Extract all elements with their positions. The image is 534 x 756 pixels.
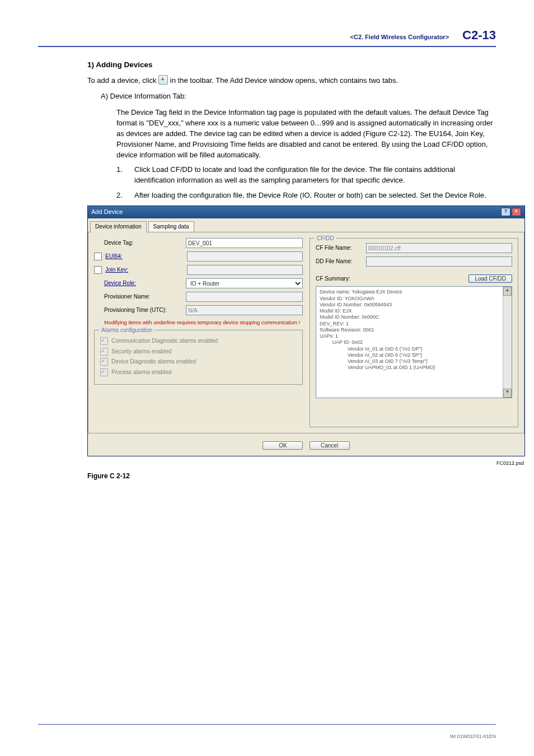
tab-device-information[interactable]: Device information [90, 221, 147, 233]
cancel-button[interactable]: Cancel [310, 441, 350, 450]
scroll-up-arrow-icon[interactable]: ▲ [503, 287, 512, 296]
cf-summary-textbox: Device name: Yokogawa EJX Device Vendor … [316, 286, 512, 398]
cf-file-name-label: CF File Name: [316, 244, 366, 253]
item-a-paragraph: The Device Tag field in the Device Infor… [116, 108, 496, 160]
cf-summary-label: CF Summary: [316, 275, 366, 283]
device-role-label: Device Role: [104, 279, 182, 288]
eui64-input [187, 251, 303, 262]
add-device-toolbar-icon [158, 75, 168, 85]
page-number: C2-13 [462, 28, 496, 43]
security-alarms-checkbox [100, 348, 108, 356]
header-rule [38, 46, 496, 47]
footer-doc-id: IM 01W01F01-01EN [450, 734, 496, 739]
device-diag-alarms-checkbox [100, 358, 108, 366]
process-alarms-label: Process alarms enabled [111, 368, 171, 377]
eui64-checkbox[interactable] [94, 253, 102, 260]
section-label: <C2. Field Wireless Configurator> [350, 34, 449, 40]
dd-file-name-label: DD File Name: [316, 258, 366, 266]
provisioning-time-input [186, 305, 303, 315]
dialog-titlebar: Add Device ? × [88, 206, 524, 218]
join-key-input [187, 265, 303, 275]
figure-label: Figure C 2-12 [38, 472, 496, 481]
summary-scrollbar[interactable]: ▲ ▼ [503, 287, 512, 398]
add-device-dialog-screenshot: Add Device ? × Device information Sampli… [87, 206, 525, 456]
modification-warning-note: Modifying items with underline requires … [94, 319, 303, 326]
cfdd-legend: CF/DD [315, 235, 336, 243]
security-alarms-label: Security alarms enabled [111, 348, 171, 356]
comm-diag-alarms-checkbox [100, 337, 108, 345]
load-cfdd-button[interactable]: Load CF/DD [469, 274, 512, 283]
step-1-text: Click Load CF/DD to locate and load the … [134, 165, 496, 186]
step-2-number: 2. [116, 190, 127, 201]
device-diag-alarms-label: Device Diagnostic alarms enabled [111, 358, 196, 366]
help-window-button[interactable]: ? [501, 208, 510, 216]
image-file-caption: FC0212.psd [496, 460, 524, 467]
device-tag-label: Device Tag: [104, 239, 182, 248]
footer-rule [38, 724, 496, 725]
process-alarms-checkbox [100, 368, 108, 376]
dialog-title: Add Device [91, 208, 123, 217]
eui64-label: EUI64: [105, 253, 184, 261]
device-role-select[interactable]: IO + Router [186, 278, 303, 288]
provisioner-name-label: Provisioner Name: [104, 293, 182, 301]
provisioning-time-label: Provisioning Time (UTC): [104, 306, 182, 315]
item-a-label: A) Device Information Tab: [38, 91, 496, 102]
cf-file-name-input [366, 243, 512, 253]
join-key-label: Join Key: [105, 266, 184, 274]
step-2-text: After loading the configuration file, th… [134, 190, 496, 201]
comm-diag-alarms-label: Communication Diagnostic alarms enabled [111, 337, 218, 346]
section-heading: 1) Adding Devices [38, 59, 496, 71]
dd-file-name-input [366, 256, 512, 267]
intro-paragraph: To add a device, click in the toolbar. T… [38, 75, 496, 86]
cfdd-fieldset: CF/DD CF File Name: DD File Name: CF Sum… [310, 238, 518, 427]
intro-text-b: in the toolbar. The Add Device window op… [170, 76, 398, 85]
ok-button[interactable]: OK [263, 441, 303, 450]
device-tag-input[interactable] [186, 238, 303, 248]
scroll-down-arrow-icon[interactable]: ▼ [503, 389, 512, 398]
alarms-legend: Alarms configuration [99, 326, 154, 335]
close-window-button[interactable]: × [512, 208, 521, 216]
cf-summary-content: Device name: Yokogawa EJX Device Vendor … [320, 289, 508, 371]
provisioner-name-input [186, 292, 303, 302]
tab-sampling-data[interactable]: Sampling data [148, 221, 194, 232]
alarms-configuration-fieldset: Alarms configuration Communication Diagn… [94, 330, 303, 385]
join-key-checkbox[interactable] [94, 266, 102, 274]
step-1-number: 1. [116, 165, 127, 186]
intro-text-a: To add a device, click [87, 76, 158, 85]
